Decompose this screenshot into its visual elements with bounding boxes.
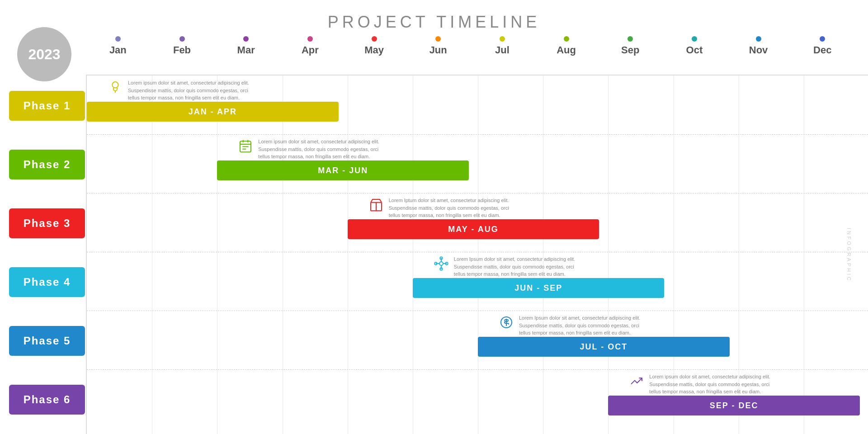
month-col-nov: Nov: [726, 36, 791, 56]
month-dot: [756, 36, 761, 42]
phase-info-5: Lorem Ipsum dolor sit amet, consectetur …: [498, 314, 643, 337]
month-col-dec: Dec: [790, 36, 854, 56]
phase-label-2: Phase 2: [9, 150, 85, 179]
h-line: [87, 252, 868, 252]
phase-desc-4: Lorem Ipsum dolor sit amet, consectetur …: [454, 255, 578, 278]
month-col-may: May: [342, 36, 406, 56]
grid-line: [217, 75, 217, 434]
month-col-feb: Feb: [150, 36, 214, 56]
phase-info-2: Lorem ipsum dolor sit amet, consectetur …: [237, 138, 382, 160]
month-dot: [179, 36, 185, 42]
month-label: Jan: [109, 44, 127, 56]
grid-line: [283, 75, 283, 434]
phase-label-1: Phase 1: [9, 91, 85, 121]
phase-label-3: Phase 3: [9, 208, 85, 238]
month-label: Feb: [173, 44, 191, 56]
month-label: Nov: [749, 44, 768, 56]
month-dot: [692, 36, 697, 42]
phase-label-5: Phase 5: [9, 326, 85, 356]
phase-info-1: Lorem ipsum dolor sit amet, consectetur …: [107, 79, 252, 102]
phase-label-4: Phase 4: [9, 267, 85, 297]
phase-bar-2: MAR - JUN: [217, 160, 469, 180]
phase-info-6: Lorem ipsum dolor sit amet, consectetur …: [628, 373, 773, 396]
h-line: [87, 134, 868, 135]
phase-desc-5: Lorem Ipsum dolor sit amet, consectetur …: [519, 314, 643, 337]
month-dot: [435, 36, 441, 42]
month-label: Jul: [495, 44, 509, 56]
month-label: Aug: [557, 44, 576, 56]
phase-info-3: Lorem Iptum dolor sit amet, consectetur …: [368, 197, 513, 219]
month-col-jun: Jun: [406, 36, 470, 56]
infographic-label: INFOGRAPHIC: [846, 227, 852, 282]
grid-line: [348, 75, 348, 434]
phase-icon-2: [237, 138, 254, 154]
grid-line: [543, 75, 543, 434]
phase-icon-3: [368, 197, 384, 213]
month-dot: [627, 36, 633, 42]
month-dot: [820, 36, 825, 42]
month-col-mar: Mar: [214, 36, 278, 56]
month-col-jul: Jul: [470, 36, 534, 56]
month-dot: [372, 36, 377, 42]
grid-line: [413, 75, 413, 434]
month-dot: [307, 36, 313, 42]
h-line: [87, 311, 868, 311]
phase-icon-5: [498, 314, 514, 330]
months-row: Jan Feb Mar Apr May Jun Jul Aug Sep Oct …: [86, 36, 868, 56]
phases-col: Phase 1Phase 2Phase 3Phase 4Phase 5Phase…: [9, 75, 85, 434]
phase-bar-1: JAN - APR: [87, 102, 339, 122]
phase-bar-5: JUL - OCT: [478, 337, 730, 357]
phase-icon-6: [628, 373, 645, 389]
svg-point-10: [439, 262, 443, 265]
phase-bar-4: JUN - SEP: [413, 278, 665, 298]
page-title: PROJECT TIMELINE: [0, 0, 868, 32]
month-label: Dec: [813, 44, 831, 56]
grid-line: [152, 75, 152, 434]
gantt-area: INFOGRAPHIC Lorem ipsum dolor sit amet, …: [86, 75, 868, 434]
month-dot: [500, 36, 505, 42]
phase-desc-3: Lorem Iptum dolor sit amet, consectetur …: [389, 197, 513, 219]
grid-line: [608, 75, 609, 434]
phase-desc-2: Lorem ipsum dolor sit amet, consectetur …: [258, 138, 382, 160]
month-label: Apr: [302, 44, 319, 56]
phase-icon-1: [107, 79, 123, 95]
month-dot: [115, 36, 121, 42]
month-label: Sep: [621, 44, 639, 56]
h-line: [87, 369, 868, 370]
grid-line: [804, 75, 804, 434]
month-col-apr: Apr: [278, 36, 342, 56]
h-line: [87, 193, 868, 193]
phase-bar-6: SEP - DEC: [608, 396, 860, 415]
month-col-jan: Jan: [86, 36, 150, 56]
month-col-aug: Aug: [534, 36, 599, 56]
month-col-oct: Oct: [662, 36, 726, 56]
month-dot: [564, 36, 569, 42]
grid-line: [478, 75, 478, 434]
phase-desc-1: Lorem ipsum dolor sit amet, consectetur …: [128, 79, 252, 102]
month-col-sep: Sep: [598, 36, 662, 56]
year-badge: 2023: [17, 27, 71, 81]
phase-info-4: Lorem Ipsum dolor sit amet, consectetur …: [433, 255, 578, 278]
month-label: May: [364, 44, 384, 56]
phase-icon-4: [433, 255, 449, 272]
month-label: Jun: [429, 44, 447, 56]
phase-label-6: Phase 6: [9, 385, 85, 415]
month-dot: [243, 36, 249, 42]
month-label: Oct: [686, 44, 703, 56]
phase-bar-3: MAY - AUG: [348, 219, 599, 239]
svg-point-0: [112, 82, 118, 88]
phase-desc-6: Lorem ipsum dolor sit amet, consectetur …: [649, 373, 773, 396]
month-label: Mar: [237, 44, 255, 56]
